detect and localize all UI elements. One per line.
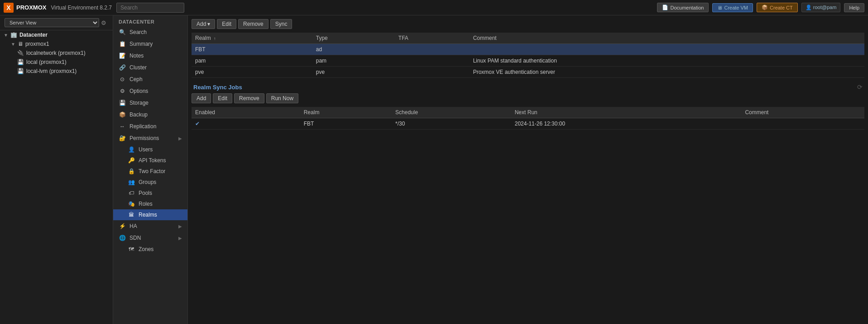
sort-arrow-realm: ↑ xyxy=(214,36,216,41)
options-icon: ⚙ xyxy=(119,88,126,94)
user-label: 👤 root@pam xyxy=(801,3,841,12)
sync-realm-col-header[interactable]: Realm xyxy=(300,107,392,118)
ha-icon: ⚡ xyxy=(119,223,126,229)
table-row[interactable]: pve pve Proxmox VE authentication server xyxy=(192,67,864,78)
nav-item-storage[interactable]: 💾 Storage xyxy=(113,97,187,109)
table-row[interactable]: ✔ FBT */30 2024-11-26 12:30:00 xyxy=(192,118,864,130)
roles-icon: 🎭 xyxy=(128,201,135,207)
topbar-search-input[interactable] xyxy=(116,3,184,13)
logo: X PROXMOX xyxy=(4,3,46,13)
nav-item-replication[interactable]: ↔ Replication xyxy=(113,121,187,132)
next-run-col-header[interactable]: Next Run xyxy=(511,107,742,118)
sync-run-now-button[interactable]: Run Now xyxy=(266,93,298,103)
tfa-col-header[interactable]: TFA xyxy=(395,33,470,44)
sync-remove-button[interactable]: Remove xyxy=(234,93,264,103)
datacenter-icon: 🏢 xyxy=(10,32,17,38)
nav-item-permissions[interactable]: 🔐 Permissions ▶ xyxy=(113,132,187,144)
comment-cell: Linux PAM standard authentication xyxy=(470,55,864,67)
nav-item-ha[interactable]: ⚡ HA ▶ xyxy=(113,220,187,232)
realm-cell: pam xyxy=(192,55,312,67)
tree-item-proxmox1[interactable]: ▼ 🖥 proxmox1 xyxy=(0,39,113,48)
table-row[interactable]: FBT ad xyxy=(192,44,864,55)
realm-cell: FBT xyxy=(192,44,312,55)
sync-realm-cell: FBT xyxy=(300,118,392,130)
tree-item-local-lvm[interactable]: 💾 local-lvm (proxmox1) xyxy=(0,67,113,76)
sync-edit-button[interactable]: Edit xyxy=(213,93,232,103)
nav-panel: Datacenter 🔍 Search 📋 Summary 📝 Notes 🔗 … xyxy=(113,15,188,324)
nav-item-api-tokens[interactable]: 🔑 API Tokens xyxy=(113,155,187,166)
nav-item-sdn[interactable]: 🌐 SDN ▶ xyxy=(113,232,187,244)
topbar-right: 📄 Documentation 🖥 Create VM 📦 Create CT … xyxy=(657,3,864,12)
nav-item-summary[interactable]: 📋 Summary xyxy=(113,38,187,50)
sync-add-button[interactable]: Add xyxy=(192,93,211,103)
realm-col-header[interactable]: Realm ↑ xyxy=(192,33,312,44)
realms-sync-button[interactable]: Sync xyxy=(270,19,293,29)
sync-comment-col-header[interactable]: Comment xyxy=(741,107,864,118)
ceph-icon: ⊙ xyxy=(119,76,126,82)
nav-item-zones[interactable]: 🗺 Zones xyxy=(113,244,187,255)
realms-remove-button[interactable]: Remove xyxy=(238,19,269,29)
search-icon: 🔍 xyxy=(119,29,126,35)
realms-add-button[interactable]: Add ▾ xyxy=(192,19,215,29)
tfa-cell xyxy=(395,55,470,67)
left-panel: Server View ⚙ ▼ 🏢 Datacenter ▼ 🖥 proxmox… xyxy=(0,15,113,324)
storage-icon-lvm: 💾 xyxy=(17,68,24,74)
two-factor-icon: 🔒 xyxy=(128,168,135,174)
tfa-cell xyxy=(395,44,470,55)
groups-icon: 👥 xyxy=(128,179,135,185)
table-row[interactable]: pam pam Linux PAM standard authenticatio… xyxy=(192,55,864,67)
main-layout: Server View ⚙ ▼ 🏢 Datacenter ▼ 🖥 proxmox… xyxy=(0,15,868,324)
schedule-col-header[interactable]: Schedule xyxy=(392,107,511,118)
nav-item-notes[interactable]: 📝 Notes xyxy=(113,50,187,62)
topbar: X PROXMOX Virtual Environment 8.2.7 📄 Do… xyxy=(0,0,868,15)
server-view-select[interactable]: Server View xyxy=(5,18,99,27)
nav-item-ceph[interactable]: ⊙ Ceph xyxy=(113,73,187,85)
nav-item-cluster[interactable]: 🔗 Cluster xyxy=(113,62,187,73)
create-vm-button[interactable]: 🖥 Create VM xyxy=(712,3,753,12)
type-cell: pve xyxy=(312,67,395,78)
ha-expand-arrow: ▶ xyxy=(178,224,182,229)
nav-section-title: Datacenter xyxy=(113,15,187,26)
comment-col-header[interactable]: Comment xyxy=(470,33,864,44)
realm-cell: pve xyxy=(192,67,312,78)
realms-edit-button[interactable]: Edit xyxy=(217,19,236,29)
nav-item-realms[interactable]: 🏛 Realms xyxy=(113,209,187,220)
documentation-button[interactable]: 📄 Documentation xyxy=(657,3,709,12)
nav-item-backup[interactable]: 📦 Backup xyxy=(113,109,187,121)
refresh-icon[interactable]: ⟳ xyxy=(857,83,863,91)
tree-item-localnetwork[interactable]: 🔌 localnetwork (proxmox1) xyxy=(0,48,113,58)
nav-item-two-factor[interactable]: 🔒 Two Factor xyxy=(113,166,187,177)
sync-jobs-toolbar: Add Edit Remove Run Now xyxy=(192,93,864,103)
realms-table: Realm ↑ Type TFA Comment xyxy=(192,33,864,78)
create-ct-button[interactable]: 📦 Create CT xyxy=(757,3,798,12)
nav-item-users[interactable]: 👤 Users xyxy=(113,144,187,155)
type-col-header[interactable]: Type xyxy=(312,33,395,44)
comment-cell: Proxmox VE authentication server xyxy=(470,67,864,78)
notes-icon: 📝 xyxy=(119,53,126,59)
enabled-cell: ✔ xyxy=(192,118,300,130)
enabled-col-header[interactable]: Enabled xyxy=(192,107,300,118)
pools-icon: 🏷 xyxy=(128,190,135,196)
logo-x: X xyxy=(4,3,14,13)
nav-item-groups[interactable]: 👥 Groups xyxy=(113,177,187,188)
permissions-icon: 🔐 xyxy=(119,135,126,141)
collapse-arrow-proxmox1: ▼ xyxy=(11,42,15,47)
gear-icon: ⚙ xyxy=(101,19,106,26)
nav-item-options[interactable]: ⚙ Options xyxy=(113,85,187,97)
dropdown-arrow-icon: ▾ xyxy=(207,21,210,27)
server-tree: ▼ 🏢 Datacenter ▼ 🖥 proxmox1 🔌 localnetwo… xyxy=(0,30,113,324)
tree-item-datacenter[interactable]: ▼ 🏢 Datacenter xyxy=(0,30,113,39)
next-run-cell: 2024-11-26 12:30:00 xyxy=(511,118,742,130)
help-button[interactable]: Help xyxy=(844,3,864,12)
left-panel-header: Server View ⚙ xyxy=(0,15,113,30)
settings-button[interactable]: ⚙ xyxy=(99,19,108,27)
nav-item-search[interactable]: 🔍 Search xyxy=(113,26,187,38)
nav-item-pools[interactable]: 🏷 Pools xyxy=(113,188,187,198)
sync-jobs-title: Realm Sync Jobs xyxy=(193,84,242,91)
network-icon: 🔌 xyxy=(17,50,24,56)
monitor-icon: 🖥 xyxy=(717,5,722,10)
nav-item-roles[interactable]: 🎭 Roles xyxy=(113,198,187,209)
api-tokens-icon: 🔑 xyxy=(128,157,135,164)
app-name: PROXMOX xyxy=(16,4,46,11)
tree-item-local[interactable]: 💾 local (proxmox1) xyxy=(0,58,113,67)
